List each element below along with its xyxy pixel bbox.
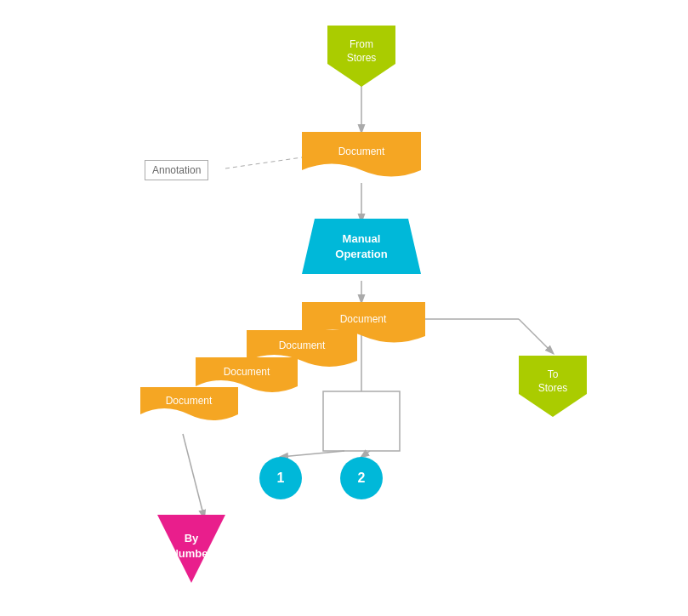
- document5-shape: Document: [140, 387, 238, 430]
- svg-text:By: By: [185, 532, 199, 545]
- by-number-shape: By Number: [157, 515, 225, 586]
- manual-operation-shape: Manual Operation: [302, 219, 421, 277]
- to-stores-shape: To Stores: [519, 356, 587, 420]
- svg-line-9: [183, 434, 204, 517]
- svg-text:2: 2: [358, 471, 366, 485]
- svg-line-10: [225, 157, 302, 168]
- svg-text:Stores: Stores: [347, 52, 377, 64]
- svg-line-7: [281, 451, 344, 457]
- svg-text:Document: Document: [338, 145, 385, 157]
- circle1-shape: 1: [259, 457, 302, 503]
- from-stores-shape: From Stores: [327, 26, 395, 90]
- svg-marker-15: [302, 219, 421, 274]
- svg-text:Document: Document: [166, 395, 213, 407]
- svg-line-4: [519, 319, 553, 353]
- svg-text:Document: Document: [279, 339, 326, 351]
- svg-text:From: From: [350, 38, 373, 50]
- document1-shape: Document: [302, 132, 421, 186]
- svg-text:Number: Number: [170, 547, 212, 560]
- svg-text:Manual: Manual: [343, 232, 381, 245]
- svg-rect-6: [323, 391, 400, 451]
- svg-text:Document: Document: [224, 366, 270, 378]
- annotation-box: Annotation: [145, 160, 208, 180]
- annotation-label: Annotation: [152, 164, 201, 176]
- svg-text:1: 1: [277, 471, 285, 485]
- svg-text:Document: Document: [340, 313, 387, 325]
- svg-text:Stores: Stores: [538, 382, 568, 394]
- svg-text:Operation: Operation: [335, 248, 387, 260]
- diagram-container: From Stores Document Manual Operation Do…: [0, 0, 688, 616]
- svg-text:To: To: [548, 368, 559, 380]
- svg-line-8: [361, 451, 370, 457]
- circle2-shape: 2: [340, 457, 383, 503]
